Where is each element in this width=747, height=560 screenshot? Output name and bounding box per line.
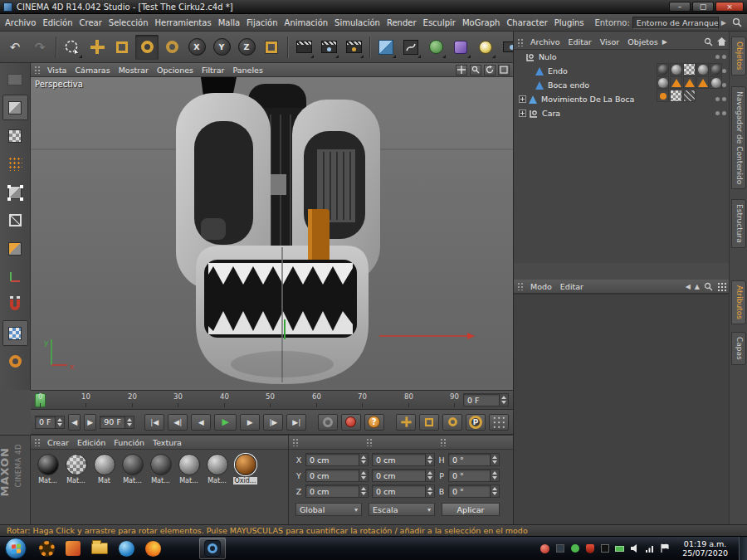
menu-fijacion[interactable]: Fijación [243, 17, 281, 29]
last-tool-button[interactable] [160, 35, 183, 60]
pos-y-field[interactable]: 0 cm [305, 469, 369, 482]
panel-grip[interactable] [440, 438, 447, 446]
mat-menu-edicion[interactable]: Edición [73, 437, 110, 448]
add-light-button[interactable] [474, 35, 497, 60]
material-tile[interactable]: Mat... [120, 454, 145, 485]
expand-icon[interactable] [519, 110, 526, 117]
maximize-button[interactable]: ▢ [692, 2, 714, 12]
menu-character[interactable]: Character [503, 17, 550, 29]
texture-mode-button[interactable] [2, 123, 28, 149]
mat-menu-crear[interactable]: Crear [43, 437, 73, 448]
texture-thumb[interactable] [683, 63, 696, 75]
am-grid-icon[interactable] [717, 282, 726, 291]
render-dot[interactable] [722, 55, 726, 59]
make-editable-button[interactable] [2, 66, 28, 92]
taskbar-app-media[interactable] [60, 538, 86, 559]
missing-texture-warning-icon[interactable] [670, 76, 682, 89]
visibility-dot[interactable] [715, 55, 720, 59]
menu-simulacion[interactable]: Simulación [331, 17, 383, 29]
range-next-button[interactable]: ▶ [84, 414, 96, 431]
tab-navegador[interactable]: Navegador de Contenido [731, 86, 746, 189]
add-spline-button[interactable] [399, 35, 422, 60]
prev-frame-button[interactable]: ◀ [191, 414, 211, 431]
panel-grip[interactable] [34, 66, 41, 74]
texture-thumb[interactable] [710, 76, 722, 89]
vp-menu-opciones[interactable]: Opciones [153, 65, 198, 75]
battery-icon[interactable] [614, 543, 625, 554]
record-parameter-toggle[interactable]: P [466, 414, 486, 431]
menu-malla[interactable]: Malla [215, 17, 243, 29]
rot-b-field[interactable]: 0 ° [448, 485, 500, 498]
menu-edicion[interactable]: Edición [39, 17, 76, 29]
taskbar-app-explorer[interactable] [86, 538, 113, 559]
search-icon[interactable] [732, 15, 742, 31]
volume-icon[interactable] [629, 543, 640, 554]
om-home-icon[interactable] [717, 34, 726, 50]
texture-thumb[interactable] [657, 63, 669, 75]
panel-grip[interactable] [366, 438, 373, 446]
missing-texture-warning-icon[interactable] [683, 76, 696, 89]
add-cube-button[interactable] [374, 35, 398, 60]
om-menu-editar[interactable]: Editar [564, 37, 596, 47]
size-x-field[interactable]: 0 cm [372, 453, 435, 466]
zoom-view-button[interactable] [470, 65, 481, 75]
texture-thumb[interactable] [710, 63, 722, 75]
redo-button[interactable]: ↷ [28, 35, 51, 60]
render-picture-viewer-button[interactable] [317, 35, 340, 60]
move-tool-button[interactable] [85, 35, 109, 60]
range-end-field[interactable]: 90 F [100, 416, 134, 429]
play-button[interactable]: ▶ [214, 414, 237, 431]
panel-grip[interactable] [517, 282, 524, 290]
tab-capas[interactable]: Capas [731, 332, 746, 365]
material-tile-selected[interactable]: Oxid... [232, 454, 258, 485]
vp-menu-vista[interactable]: Vista [43, 65, 71, 75]
action-center-flag-icon[interactable] [659, 543, 670, 554]
current-frame-field[interactable]: 0 F [463, 393, 509, 407]
coordinate-system-button[interactable] [260, 35, 283, 60]
scale-tool-button[interactable] [110, 35, 134, 60]
material-tile[interactable]: Mat... [204, 454, 230, 485]
snap-toggle-button[interactable] [2, 292, 28, 318]
expand-icon[interactable] [519, 95, 526, 103]
next-key-button[interactable]: |▶ [263, 414, 283, 431]
network-icon[interactable] [644, 543, 655, 554]
menu-esculpir[interactable]: Esculpir [420, 17, 459, 29]
model-mode-button[interactable] [2, 95, 28, 120]
vp-menu-filtrar[interactable]: Filtrar [198, 65, 228, 75]
record-scale-toggle[interactable] [419, 414, 439, 431]
range-prev-button[interactable]: ◀ [68, 414, 81, 431]
render-dot[interactable] [722, 111, 726, 115]
range-start-field[interactable]: 0 F [35, 416, 65, 429]
tray-security-icon[interactable] [584, 543, 595, 554]
pos-z-field[interactable]: 0 cm [305, 485, 369, 498]
add-generator-button[interactable] [424, 35, 447, 60]
panel-grip[interactable] [292, 438, 299, 446]
pos-x-field[interactable]: 0 cm [305, 453, 369, 466]
falloff-mode-button[interactable] [2, 348, 28, 374]
menu-seleccion[interactable]: Selección [105, 17, 152, 29]
taskbar-app-cinema4d[interactable] [199, 538, 226, 559]
size-z-field[interactable]: 0 cm [372, 485, 435, 498]
tray-music-icon[interactable] [540, 543, 550, 554]
material-tile[interactable]: Mat [91, 454, 117, 485]
om-menu-archivo[interactable]: Archivo [526, 37, 564, 47]
material-tile[interactable]: Mat... [148, 454, 173, 485]
mat-menu-textura[interactable]: Textura [149, 437, 186, 448]
texture-thumb[interactable] [657, 90, 669, 102]
vp-menu-mostrar[interactable]: Mostrar [115, 65, 153, 75]
taskbar-app-browser[interactable] [113, 538, 139, 559]
undo-button[interactable]: ↶ [3, 35, 27, 60]
taskbar-clock[interactable]: 01:19 a.m. 25/07/2020 [682, 539, 728, 558]
menu-animacion[interactable]: Animación [281, 17, 332, 29]
show-desktop-button[interactable] [739, 537, 747, 560]
record-position-toggle[interactable] [396, 414, 416, 431]
tab-estructura[interactable]: Estructura [731, 199, 746, 248]
tray-chat-icon[interactable] [569, 543, 580, 554]
polygons-mode-button[interactable] [2, 236, 28, 261]
am-menu-editar[interactable]: Editar [556, 281, 588, 292]
panel-grip[interactable] [34, 438, 41, 446]
keyframe-selection-button[interactable] [318, 414, 338, 431]
om-search-icon[interactable] [704, 34, 713, 50]
vp-menu-camaras[interactable]: Cámaras [71, 65, 114, 75]
tab-atributos[interactable]: Atributos [731, 280, 746, 324]
